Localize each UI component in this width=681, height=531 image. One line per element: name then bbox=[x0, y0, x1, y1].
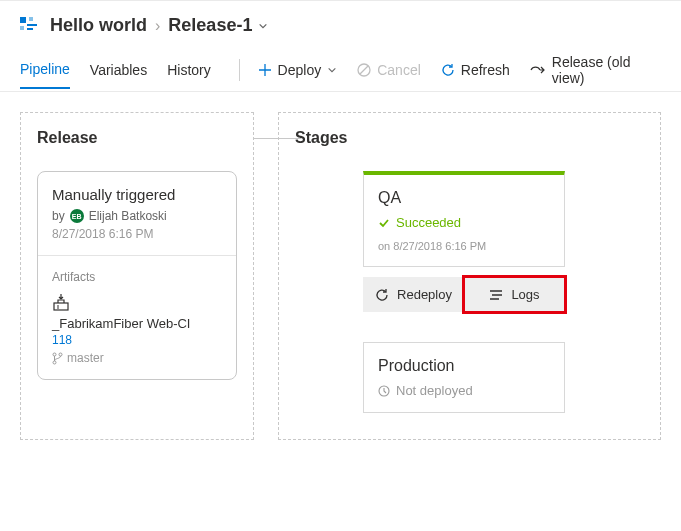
cancel-button: Cancel bbox=[347, 56, 431, 84]
toolbar: Pipeline Variables History Deploy Cancel… bbox=[0, 48, 681, 92]
branch-icon bbox=[52, 352, 63, 365]
breadcrumb-pipeline[interactable]: Hello world bbox=[50, 15, 147, 36]
stage-prod-status: Not deployed bbox=[378, 383, 550, 398]
breadcrumb-release[interactable]: Release-1 bbox=[168, 15, 252, 36]
tab-pipeline[interactable]: Pipeline bbox=[20, 51, 70, 89]
logs-icon bbox=[489, 289, 503, 301]
clock-icon bbox=[378, 385, 390, 397]
stage-prod-name: Production bbox=[378, 357, 550, 375]
release-chevron-icon[interactable] bbox=[258, 21, 268, 31]
breadcrumb-bar: Hello world › Release-1 bbox=[0, 0, 681, 48]
redeploy-icon bbox=[375, 288, 389, 302]
stages-panel: Stages QA Succeeded on 8/27/2018 6:16 PM… bbox=[278, 112, 661, 440]
svg-rect-3 bbox=[27, 24, 37, 26]
svg-rect-0 bbox=[20, 17, 26, 23]
svg-point-8 bbox=[59, 353, 62, 356]
svg-rect-6 bbox=[54, 303, 68, 310]
stage-qa-name: QA bbox=[378, 189, 550, 207]
refresh-icon bbox=[441, 63, 455, 77]
pipelines-logo-icon bbox=[20, 17, 38, 35]
stage-qa-timestamp: on 8/27/2018 6:16 PM bbox=[378, 240, 550, 252]
stage-qa-status-text: Succeeded bbox=[396, 215, 461, 230]
plus-icon bbox=[258, 63, 272, 77]
deploy-label: Deploy bbox=[278, 62, 322, 78]
release-card[interactable]: Manually triggered by EB Elijah Batkoski… bbox=[37, 171, 237, 380]
release-card-header: Manually triggered by EB Elijah Batkoski… bbox=[38, 172, 236, 256]
refresh-button[interactable]: Refresh bbox=[431, 56, 520, 84]
stage-prod-status-text: Not deployed bbox=[396, 383, 473, 398]
release-author-row: by EB Elijah Batkoski bbox=[52, 209, 222, 223]
stage-qa-status: Succeeded bbox=[378, 215, 550, 230]
avatar: EB bbox=[70, 209, 84, 223]
toolbar-separator bbox=[239, 59, 240, 81]
artifacts-label: Artifacts bbox=[52, 270, 222, 284]
cancel-label: Cancel bbox=[377, 62, 421, 78]
deploy-button[interactable]: Deploy bbox=[248, 56, 348, 84]
main: Release Manually triggered by EB Elijah … bbox=[0, 92, 681, 460]
svg-point-7 bbox=[53, 353, 56, 356]
by-prefix: by bbox=[52, 209, 65, 223]
old-view-label: Release (old view) bbox=[552, 54, 651, 86]
artifact-build-link[interactable]: 118 bbox=[52, 333, 222, 347]
svg-rect-2 bbox=[20, 26, 24, 30]
release-panel-title: Release bbox=[37, 129, 237, 147]
logs-button[interactable]: Logs bbox=[464, 277, 565, 312]
stage-card-production[interactable]: Production Not deployed bbox=[363, 342, 565, 413]
svg-point-9 bbox=[53, 361, 56, 364]
cancel-icon bbox=[357, 63, 371, 77]
artifact-branch-row: master bbox=[52, 351, 222, 365]
check-icon bbox=[378, 217, 390, 229]
artifact-name: _FabrikamFiber Web-CI bbox=[52, 316, 222, 331]
redeploy-label: Redeploy bbox=[397, 287, 452, 302]
breadcrumb-separator: › bbox=[155, 17, 160, 35]
redeploy-button[interactable]: Redeploy bbox=[363, 277, 464, 312]
stages-panel-title: Stages bbox=[295, 129, 644, 147]
refresh-label: Refresh bbox=[461, 62, 510, 78]
tab-history[interactable]: History bbox=[167, 52, 211, 88]
release-artifacts: Artifacts _FabrikamFiber Web-CI 118 mast… bbox=[38, 256, 236, 379]
stage-qa-actions: Redeploy Logs bbox=[363, 277, 565, 312]
tab-variables[interactable]: Variables bbox=[90, 52, 147, 88]
release-panel: Release Manually triggered by EB Elijah … bbox=[20, 112, 254, 440]
svg-rect-1 bbox=[29, 17, 33, 21]
release-trigger: Manually triggered bbox=[52, 186, 222, 203]
svg-rect-4 bbox=[27, 28, 33, 30]
release-timestamp: 8/27/2018 6:16 PM bbox=[52, 227, 222, 241]
artifact-icon bbox=[52, 294, 222, 312]
release-old-view-button[interactable]: Release (old view) bbox=[520, 48, 661, 92]
stage-card-qa[interactable]: QA Succeeded on 8/27/2018 6:16 PM bbox=[363, 171, 565, 267]
chevron-down-icon bbox=[327, 65, 337, 75]
release-user: Elijah Batkoski bbox=[89, 209, 167, 223]
artifact-branch: master bbox=[67, 351, 104, 365]
logs-label: Logs bbox=[511, 287, 539, 302]
arrow-right-icon bbox=[530, 64, 546, 76]
